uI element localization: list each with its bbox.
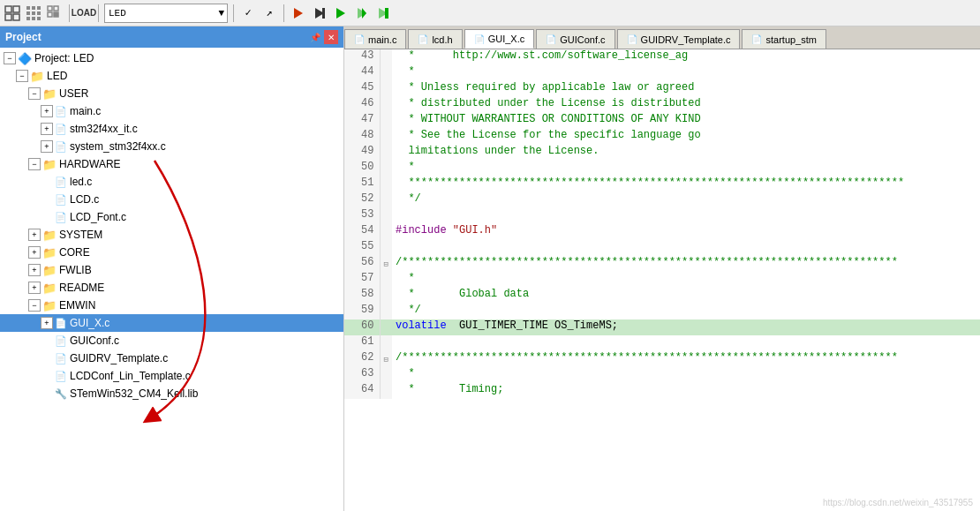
tab-guidrv-template[interactable]: 📄 GUIDRV_Template.c <box>617 29 741 49</box>
code-content-49: limitations under the License. <box>392 145 980 161</box>
file-icon-lcd-c: 📄 <box>55 194 67 206</box>
tab-gui-x-c[interactable]: 📄 GUI_X.c <box>464 29 535 49</box>
fold-57 <box>380 272 392 288</box>
toolbar-icon-1[interactable] <box>4 4 21 22</box>
folder-icon-system: 📁 <box>42 229 57 242</box>
folder-icon-hardware: 📁 <box>42 158 57 171</box>
tree-item-stm32-it[interactable]: + 📄 stm32f4xx_it.c <box>0 120 343 138</box>
tree-item-main-c[interactable]: + 📄 main.c <box>0 102 343 120</box>
file-icon-gui-x: 📄 <box>55 318 67 329</box>
code-editor[interactable]: 43 * http://www.st.com/software_license_… <box>344 49 980 511</box>
tree-item-lcdconf[interactable]: 📄 LCDConf_Lin_Template.c <box>0 367 343 385</box>
expand-gui-x[interactable]: + <box>41 317 53 329</box>
file-icon-guiconf: 📄 <box>55 335 67 347</box>
code-line-64: 64 * Timing; <box>344 383 980 399</box>
tree-item-system-stm32[interactable]: + 📄 system_stm32f4xx.c <box>0 138 343 155</box>
tab-startup[interactable]: 📄 startup_stm <box>742 29 825 49</box>
main-area: Project 📌 ✕ − 🔷 Project: LED − 📁 LED <box>0 26 980 511</box>
lib-icon-stemwin: 🔧 <box>55 388 67 400</box>
line-num-52: 52 <box>344 192 380 208</box>
expand-system[interactable]: + <box>28 229 41 241</box>
code-line-51: 51 *************************************… <box>344 177 980 192</box>
file-icon-lcd-font: 📄 <box>55 212 67 223</box>
svg-rect-0 <box>5 6 11 12</box>
fold-64 <box>380 383 392 399</box>
file-icon-guidrv: 📄 <box>55 353 67 364</box>
sidebar: Project 📌 ✕ − 🔷 Project: LED − 📁 LED <box>0 26 344 511</box>
code-content-47: * WITHOUT WARRANTIES OR CONDITIONS OF AN… <box>392 113 980 129</box>
debug-icon-2[interactable] <box>332 4 350 22</box>
file-tree: − 🔷 Project: LED − 📁 LED − 📁 USER + <box>0 48 343 511</box>
tree-item-lcd-font[interactable]: 📄 LCD_Font.c <box>0 208 343 226</box>
tree-item-guiconf[interactable]: 📄 GUIConf.c <box>0 332 343 349</box>
code-content-53 <box>392 208 980 224</box>
tree-item-led-c[interactable]: 📄 led.c <box>0 173 343 191</box>
tab-lcd-h[interactable]: 📄 lcd.h <box>408 29 462 49</box>
expand-system-stm32[interactable]: + <box>41 140 53 153</box>
project-dropdown[interactable]: LED ▼ <box>104 4 228 23</box>
line-num-53: 53 <box>344 208 380 224</box>
code-content-63: * <box>392 367 980 383</box>
tree-item-core[interactable]: + 📁 CORE <box>0 244 343 261</box>
line-num-51: 51 <box>344 177 380 192</box>
debug-icon-3[interactable] <box>353 4 371 22</box>
expand-readme[interactable]: + <box>28 282 41 294</box>
tree-item-emwin[interactable]: − 📁 EMWIN <box>0 297 343 314</box>
tree-item-stemwin[interactable]: 🔧 STemWin532_CM4_Keil.lib <box>0 385 343 402</box>
expand-emwin[interactable]: − <box>28 299 41 312</box>
toolbar-icon-2[interactable] <box>25 4 42 22</box>
expand-hardware[interactable]: − <box>28 158 41 170</box>
fold-60 <box>380 319 392 335</box>
debug-icon-4[interactable] <box>374 4 392 22</box>
debug-icon-1[interactable] <box>311 4 328 22</box>
tree-label-emwin: EMWIN <box>59 299 95 312</box>
tab-main-c[interactable]: 📄 main.c <box>344 29 406 49</box>
pin-icon[interactable]: 📌 <box>308 30 322 44</box>
tab-icon-startup: 📄 <box>751 34 762 44</box>
code-line-63: 63 * <box>344 367 980 383</box>
expand-fwlib[interactable]: + <box>28 264 41 276</box>
line-num-61: 61 <box>344 335 380 351</box>
file-icon-stm32-it: 📄 <box>55 124 67 135</box>
code-content-51: ****************************************… <box>392 177 980 192</box>
expand-project[interactable]: − <box>4 52 16 64</box>
tree-item-lcd-c[interactable]: 📄 LCD.c <box>0 191 343 208</box>
tree-label-lcdconf: LCDConf_Lin_Template.c <box>70 370 191 382</box>
close-sidebar-button[interactable]: ✕ <box>324 30 338 44</box>
toolbar-icon-3[interactable] <box>46 4 64 22</box>
tree-label-system: SYSTEM <box>59 229 102 241</box>
tree-item-led-root[interactable]: − 📁 LED <box>0 67 343 85</box>
code-content-60: volatile GUI_TIMER_TIME OS_TimeMS; <box>392 319 980 335</box>
code-content-58: * Global data <box>392 288 980 304</box>
expand-stm32-it[interactable]: + <box>41 123 53 135</box>
tree-item-guidrv[interactable]: 📄 GUIDRV_Template.c <box>0 349 343 367</box>
line-num-55: 55 <box>344 240 380 256</box>
svg-rect-9 <box>37 11 41 15</box>
code-content-48: * See the License for the specific langu… <box>392 129 980 145</box>
tree-item-hardware[interactable]: − 📁 HARDWARE <box>0 155 343 173</box>
run-red-icon[interactable] <box>290 4 307 22</box>
expand-led[interactable]: − <box>16 70 28 82</box>
cursor-icon[interactable]: ↗ <box>260 4 278 22</box>
expand-user[interactable]: − <box>28 87 41 100</box>
code-content-44: * <box>392 65 980 81</box>
tree-item-gui-x[interactable]: + 📄 GUI_X.c <box>0 314 343 332</box>
tab-guiconf-c[interactable]: 📄 GUIConf.c <box>536 29 614 49</box>
expand-core[interactable]: + <box>28 246 41 259</box>
code-content-43: * http://www.st.com/software_license_ag <box>392 49 980 65</box>
check-icon[interactable]: ✓ <box>239 4 257 22</box>
fold-54 <box>380 224 392 240</box>
tree-item-project[interactable]: − 🔷 Project: LED <box>0 49 343 67</box>
dropdown-arrow-icon: ▼ <box>218 8 224 19</box>
tree-label-lcd-c: LCD.c <box>70 193 99 206</box>
expand-main-c[interactable]: + <box>41 105 53 117</box>
load-icon[interactable]: LOAD <box>75 4 93 22</box>
tree-item-readme[interactable]: + 📁 README <box>0 279 343 297</box>
fold-56[interactable]: ⊟ <box>380 256 392 272</box>
code-line-50: 50 * <box>344 161 980 177</box>
tree-item-user[interactable]: − 📁 USER <box>0 85 343 102</box>
tree-item-fwlib[interactable]: + 📁 FWLIB <box>0 261 343 279</box>
code-line-60: 60 volatile GUI_TIMER_TIME OS_TimeMS; <box>344 319 980 335</box>
tree-item-system[interactable]: + 📁 SYSTEM <box>0 226 343 244</box>
fold-62[interactable]: ⊟ <box>380 351 392 367</box>
